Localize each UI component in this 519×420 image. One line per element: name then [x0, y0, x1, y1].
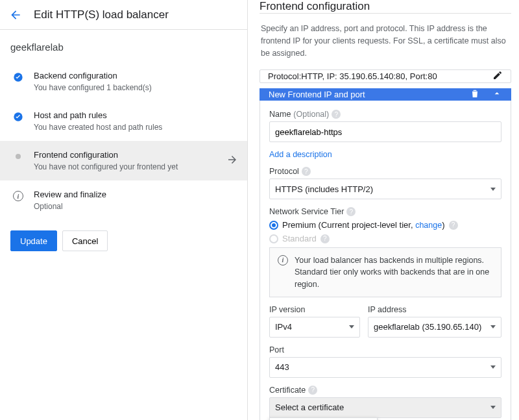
caret-down-icon	[490, 188, 496, 191]
info-icon: i	[278, 255, 288, 266]
step-review[interactable]: i Review and finalize Optional	[0, 180, 247, 220]
protocol-select[interactable]: HTTPS (includes HTTP/2)	[269, 179, 501, 199]
caret-down-icon	[490, 325, 496, 328]
frontend-summary[interactable]: Protocol:HTTP, IP: 35.190.65.140:80, Por…	[260, 69, 511, 83]
caret-down-icon	[490, 365, 496, 369]
help-icon[interactable]: ?	[346, 207, 356, 216]
lb-name: geekflarelab	[0, 30, 247, 62]
collapse-icon[interactable]	[492, 88, 502, 101]
help-icon[interactable]: ?	[302, 167, 311, 176]
check-icon	[12, 112, 25, 122]
panel-header[interactable]: New Frontend IP and port	[260, 88, 511, 101]
add-description-link[interactable]: Add a description	[269, 150, 501, 159]
delete-icon[interactable]	[470, 88, 480, 101]
bullet-icon	[12, 151, 25, 159]
name-label: Name (Optional) ?	[269, 110, 501, 119]
change-tier-link[interactable]: change	[415, 221, 442, 230]
step-title: Frontend configuration	[34, 150, 226, 160]
step-backend[interactable]: Backend configuration You have configure…	[0, 62, 247, 101]
certificate-select[interactable]: Select a certificate	[269, 397, 501, 418]
right-title: Frontend configuration	[260, 0, 370, 13]
name-input[interactable]	[269, 121, 501, 142]
step-frontend[interactable]: Frontend configuration You have not conf…	[0, 141, 247, 180]
ipaddress-select[interactable]: geekflarelab (35.190.65.140)	[368, 317, 501, 338]
port-select[interactable]: 443	[269, 357, 501, 378]
radio-icon	[269, 221, 278, 230]
page-title: Edit HTTP(S) load balancer	[34, 8, 169, 21]
tier-standard-radio: Standard ?	[269, 234, 501, 243]
step-sub: You have configured 1 backend(s)	[34, 83, 238, 92]
protocol-label: Protocol ?	[269, 167, 501, 176]
arrow-right-icon	[226, 154, 238, 167]
help-icon[interactable]: ?	[332, 110, 341, 119]
edit-icon[interactable]	[492, 70, 503, 82]
help-icon[interactable]: ?	[320, 234, 330, 243]
step-sub: Optional	[34, 202, 238, 211]
step-title: Backend configuration	[34, 71, 238, 80]
cert-label: Certificate ?	[269, 386, 501, 395]
tier-premium-radio[interactable]: Premium (Current project-level tier, cha…	[269, 220, 501, 230]
port-label: Port	[269, 345, 501, 354]
panel-title: New Frontend IP and port	[269, 90, 365, 99]
step-title: Host and path rules	[34, 110, 238, 120]
tier-notice: i Your load balancer has backends in mul…	[269, 247, 501, 297]
info-icon: i	[12, 191, 25, 201]
back-arrow-icon[interactable]	[9, 8, 22, 21]
step-title: Review and finalize	[34, 190, 238, 199]
caret-down-icon	[349, 325, 354, 328]
cancel-button[interactable]: Cancel	[62, 230, 108, 251]
ipaddr-label: IP address	[368, 305, 501, 314]
tier-label: Network Service Tier ?	[269, 207, 501, 216]
ipver-label: IP version	[269, 305, 360, 314]
update-button[interactable]: Update	[10, 230, 57, 251]
help-icon[interactable]: ?	[308, 386, 317, 395]
check-icon	[12, 72, 25, 82]
step-sub: You have created host and path rules	[34, 123, 238, 132]
ipversion-select[interactable]: IPv4	[269, 317, 360, 338]
step-sub: You have not configured your frontend ye…	[34, 162, 226, 171]
right-desc: Specify an IP address, port and protocol…	[260, 14, 511, 69]
summary-text: Protocol:HTTP, IP: 35.190.65.140:80, Por…	[268, 71, 437, 81]
help-icon[interactable]: ?	[449, 221, 458, 230]
certificate-dropdown-option[interactable]: Create a new certificate	[269, 417, 378, 420]
radio-icon	[269, 234, 278, 243]
caret-down-icon	[490, 406, 496, 409]
step-host[interactable]: Host and path rules You have created hos…	[0, 101, 247, 141]
